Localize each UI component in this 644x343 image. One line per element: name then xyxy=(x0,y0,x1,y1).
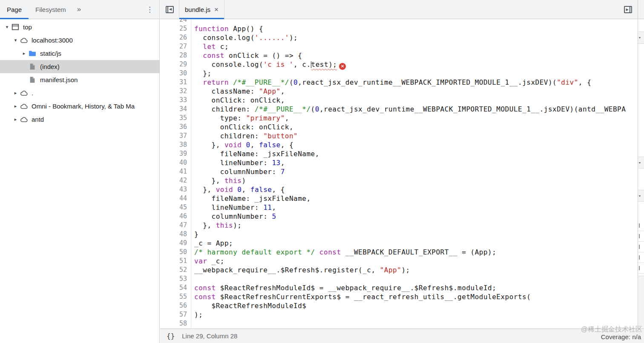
pretty-print-button[interactable]: {} xyxy=(167,332,175,340)
more-tabs-icon[interactable]: » xyxy=(73,0,85,19)
code-line[interactable]: return /*#__PURE__*/(0,react_jsx_dev_run… xyxy=(191,78,626,87)
code-line[interactable]: }, this); xyxy=(191,221,626,230)
code-line[interactable]: console.log('c is ', c.test);✕ xyxy=(191,60,626,69)
line-number[interactable]: 32 xyxy=(160,87,187,96)
code-line[interactable] xyxy=(191,19,626,24)
code-line[interactable]: children: "button" xyxy=(191,131,626,140)
line-number[interactable]: 31 xyxy=(160,78,187,87)
disclosure-collapsed-icon[interactable]: ▸ xyxy=(20,51,28,56)
tree-item-static-js[interactable]: ▸static/js xyxy=(0,47,159,60)
hide-navigator-button[interactable]: ◀ xyxy=(160,0,179,19)
line-number[interactable]: 29 xyxy=(160,60,187,69)
close-icon[interactable]: × xyxy=(214,6,218,13)
tab-page[interactable]: Page xyxy=(0,0,29,19)
tree-item-[interactable]: ▸. xyxy=(0,86,159,100)
line-number[interactable]: 42 xyxy=(160,176,187,185)
show-debugger-button[interactable]: ▶ xyxy=(624,0,632,19)
code-line[interactable]: const $ReactRefreshModuleId$ = __webpack… xyxy=(191,283,626,292)
code-line[interactable]: const $ReactRefreshCurrentExports$ = __r… xyxy=(191,292,626,301)
tree-item-index[interactable]: (index) xyxy=(0,60,159,73)
error-icon[interactable]: ✕ xyxy=(339,63,346,70)
collapsed-section-icon[interactable] xyxy=(638,190,644,202)
code-line[interactable]: className: "App", xyxy=(191,87,626,96)
code-line[interactable]: }, void 0, false, { xyxy=(191,185,626,194)
line-number[interactable]: 56 xyxy=(160,301,187,310)
line-number[interactable]: 54 xyxy=(160,283,187,292)
code-line[interactable]: const onClick = () => { xyxy=(191,51,626,60)
collapsed-debugger-sidebar[interactable] xyxy=(638,0,644,329)
line-number[interactable]: 45 xyxy=(160,203,187,212)
disclosure-expanded-icon[interactable]: ▾ xyxy=(12,37,19,43)
tab-bundle-js[interactable]: bundle.js × xyxy=(179,0,224,19)
line-number[interactable]: 41 xyxy=(160,167,187,176)
tab-filesystem[interactable]: Filesystem xyxy=(29,0,73,19)
tree-item-antd[interactable]: ▸antd xyxy=(0,113,159,126)
line-number[interactable]: 50 xyxy=(160,248,187,257)
line-number[interactable]: 26 xyxy=(160,33,187,42)
line-number[interactable]: 35 xyxy=(160,114,187,123)
code-line[interactable] xyxy=(191,319,626,328)
line-number[interactable]: 27 xyxy=(160,42,187,51)
line-number[interactable]: 48 xyxy=(160,230,187,239)
line-number[interactable]: 24 xyxy=(160,19,187,24)
line-number[interactable]: 58 xyxy=(160,319,187,328)
code-line[interactable]: }, this) xyxy=(191,176,626,185)
code-line[interactable]: fileName: _jsxFileName, xyxy=(191,194,626,203)
kebab-menu-icon[interactable]: ⋮ xyxy=(140,0,159,19)
line-number[interactable]: 39 xyxy=(160,149,187,158)
code-line[interactable]: ); xyxy=(191,310,626,319)
code-line[interactable]: let c; xyxy=(191,42,626,51)
line-number[interactable]: 44 xyxy=(160,194,187,203)
line-number[interactable]: 30 xyxy=(160,69,187,78)
line-number[interactable]: 51 xyxy=(160,257,187,266)
tree-item-manifest-json[interactable]: manifest.json xyxy=(0,73,159,86)
code-line[interactable]: _c = App; xyxy=(191,239,626,248)
line-number[interactable]: 47 xyxy=(160,221,187,230)
collapsed-section-icon[interactable] xyxy=(638,157,644,169)
line-number[interactable]: 49 xyxy=(160,239,187,248)
code-line[interactable]: __webpack_require__.$Refresh$.register(_… xyxy=(191,266,626,274)
code-line[interactable]: columnNumber: 5 xyxy=(191,212,626,221)
code-line[interactable]: console.log('......'); xyxy=(191,33,626,42)
disclosure-collapsed-icon[interactable]: ▸ xyxy=(12,103,19,109)
line-number[interactable]: 33 xyxy=(160,96,187,105)
line-number[interactable]: 46 xyxy=(160,212,187,221)
code-line[interactable] xyxy=(191,274,626,283)
code-line[interactable]: lineNumber: 13, xyxy=(191,158,626,167)
code-line[interactable]: type: "primary", xyxy=(191,114,626,123)
line-number[interactable]: 43 xyxy=(160,185,187,194)
tree-item-localhost-3000[interactable]: ▾localhost:3000 xyxy=(0,34,159,47)
line-number[interactable]: 52 xyxy=(160,266,187,274)
tree-item-top[interactable]: ▾top xyxy=(0,20,159,34)
code-line[interactable]: var _c; xyxy=(191,257,626,266)
code-line[interactable]: }; xyxy=(191,69,626,78)
line-number[interactable]: 40 xyxy=(160,158,187,167)
code-line[interactable]: /* harmony default export */ const __WEB… xyxy=(191,248,626,257)
line-number[interactable]: 38 xyxy=(160,140,187,149)
code-line[interactable]: } xyxy=(191,230,626,239)
line-number[interactable]: 28 xyxy=(160,51,187,60)
code-line[interactable]: $ReactRefreshModuleId$ xyxy=(191,301,626,310)
line-number[interactable]: 34 xyxy=(160,105,187,114)
code-line[interactable]: fileName: _jsxFileName, xyxy=(191,149,626,158)
line-number[interactable]: 55 xyxy=(160,292,187,301)
code-editor[interactable]: 2425262728293031323334353637383940414243… xyxy=(160,19,644,329)
line-number[interactable]: 57 xyxy=(160,310,187,319)
code-line[interactable]: children: /*#__PURE__*/(0,react_jsx_dev_… xyxy=(191,105,626,114)
line-number[interactable]: 36 xyxy=(160,123,187,131)
code-line[interactable]: function App() { xyxy=(191,24,626,33)
code-line[interactable]: lineNumber: 11, xyxy=(191,203,626,212)
code-token: className: xyxy=(194,87,259,95)
collapsed-section-icon[interactable] xyxy=(638,32,644,44)
tree-item-omni-bookmark-history-tab-ma[interactable]: ▸Omni - Bookmark, History, & Tab Ma xyxy=(0,100,159,113)
code-line[interactable]: onClick: onClick, xyxy=(191,96,626,105)
disclosure-expanded-icon[interactable]: ▾ xyxy=(3,24,11,30)
disclosure-collapsed-icon[interactable]: ▸ xyxy=(12,117,19,122)
disclosure-collapsed-icon[interactable]: ▸ xyxy=(12,90,19,96)
code-line[interactable]: }, void 0, false, { xyxy=(191,140,626,149)
line-number[interactable]: 53 xyxy=(160,274,187,283)
code-line[interactable]: columnNumber: 7 xyxy=(191,167,626,176)
line-number[interactable]: 25 xyxy=(160,24,187,33)
line-number[interactable]: 37 xyxy=(160,131,187,140)
code-line[interactable]: onClick: onClick, xyxy=(191,123,626,131)
